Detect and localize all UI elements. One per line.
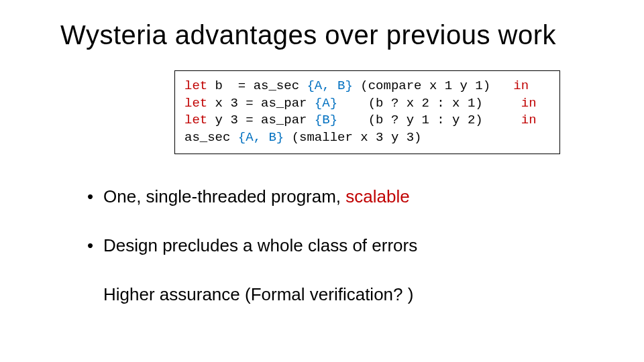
kw-let: let bbox=[184, 96, 207, 111]
code-text: (smaller x 3 y 3) bbox=[284, 130, 421, 145]
code-set: {B} bbox=[315, 113, 337, 127]
kw-in: in bbox=[513, 78, 529, 93]
code-text: (b ? x 2 : x 1) bbox=[337, 96, 521, 111]
code-text: (compare x 1 y 1) bbox=[353, 78, 513, 93]
bullet-text: One, single-threaded program, bbox=[103, 186, 345, 206]
code-text: b = as_sec bbox=[207, 78, 307, 93]
code-set: {A, B} bbox=[307, 78, 352, 93]
bullet-accent: scalable bbox=[345, 186, 409, 206]
code-set: {A, B} bbox=[238, 130, 284, 145]
bullet-1: One, single-threaded program, scalable bbox=[87, 186, 617, 207]
code-text: x 3 = as_par bbox=[207, 96, 315, 111]
slide-title: Wysteria advantages over previous work bbox=[60, 20, 617, 50]
code-text: y 3 = as_par bbox=[207, 113, 315, 127]
code-block: let b = as_sec {A, B} (compare x 1 y 1) … bbox=[174, 70, 560, 154]
kw-let: let bbox=[184, 78, 207, 93]
sub-line: Higher assurance (Formal verification? ) bbox=[103, 284, 617, 305]
bullet-text: Design precludes a whole class of errors bbox=[103, 235, 417, 255]
kw-let: let bbox=[184, 113, 207, 127]
bullet-list: One, single-threaded program, scalable D… bbox=[87, 186, 617, 256]
code-text: (b ? y 1 : y 2) bbox=[337, 113, 521, 127]
code-text: as_sec bbox=[184, 130, 238, 145]
bullet-2: Design precludes a whole class of errors bbox=[87, 235, 617, 256]
kw-in: in bbox=[521, 96, 537, 111]
code-set: {A} bbox=[315, 96, 337, 111]
kw-in: in bbox=[521, 113, 537, 127]
